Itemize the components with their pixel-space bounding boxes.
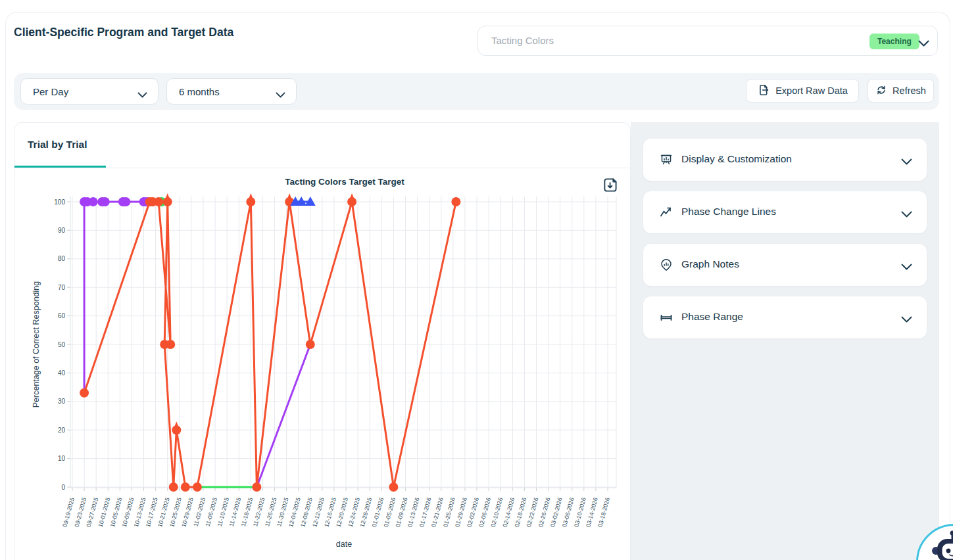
svg-text:date: date <box>336 540 352 549</box>
svg-text:Percentage of Correct Respondi: Percentage of Correct Responding <box>32 281 41 408</box>
svg-text:10: 10 <box>58 455 66 462</box>
range-icon <box>659 310 673 327</box>
chevron-down-icon <box>901 156 912 168</box>
target-select-value: Tacting Colors <box>491 35 554 46</box>
panel-phase-change-lines[interactable]: Phase Change Lines <box>643 191 927 233</box>
svg-text:11-10-2025: 11-10-2025 <box>216 497 230 527</box>
panel-label: Graph Notes <box>681 258 739 270</box>
svg-text:0: 0 <box>61 484 65 491</box>
chevron-down-icon <box>918 38 929 50</box>
svg-text:11-14-2025: 11-14-2025 <box>228 497 242 527</box>
chevron-down-icon <box>137 89 147 101</box>
target-select[interactable]: Tacting Colors Teaching <box>477 26 938 56</box>
panel-label: Phase Range <box>681 311 743 323</box>
range-dropdown-value: 6 months <box>179 86 220 97</box>
chevron-down-icon <box>901 209 912 221</box>
svg-text:03-18-2026: 03-18-2026 <box>597 497 611 528</box>
svg-text:11-30-2025: 11-30-2025 <box>276 497 289 527</box>
chevron-down-icon <box>901 262 912 273</box>
panel-label: Display & Customization <box>681 153 792 165</box>
svg-text:40: 40 <box>58 369 66 377</box>
settings-region: Display & Customization Phase Change Lin… <box>631 122 939 560</box>
trial-by-trial-chart: 09-19-202509-23-202509-27-202510-01-2025… <box>14 189 631 560</box>
trend-line-icon <box>659 205 673 222</box>
presentation-chart-icon <box>659 152 673 170</box>
chart-card: Trial by Trial Tacting Colors Target Tar… <box>14 122 631 560</box>
svg-text:20: 20 <box>58 427 66 434</box>
chevron-down-icon <box>901 314 912 326</box>
interval-dropdown[interactable]: Per Day <box>20 78 159 105</box>
svg-text:11-26-2025: 11-26-2025 <box>264 497 278 527</box>
refresh-icon <box>875 84 887 98</box>
svg-text:100: 100 <box>54 198 65 206</box>
file-export-icon <box>757 83 770 99</box>
panel-display-customization[interactable]: Display & Customization <box>643 139 927 181</box>
page: { "header": { "title": "Client-Specific … <box>0 0 953 560</box>
interval-dropdown-value: Per Day <box>33 86 68 97</box>
svg-text:30: 30 <box>58 398 66 405</box>
export-raw-data-button[interactable]: Export Raw Data <box>746 79 859 103</box>
tab-divider <box>14 168 630 168</box>
chevron-down-icon <box>276 89 285 101</box>
svg-text:80: 80 <box>58 255 66 262</box>
refresh-label: Refresh <box>892 85 926 96</box>
toolbar: Per Day 6 months Export Raw Data <box>14 73 939 110</box>
page-card: Client-Specific Program and Target Data … <box>5 12 950 560</box>
chart-title: Tacting Colors Target Target <box>75 177 614 187</box>
svg-text:11-02-2025: 11-02-2025 <box>193 497 207 527</box>
export-raw-data-label: Export Raw Data <box>775 85 848 96</box>
teaching-badge: Teaching <box>869 34 919 49</box>
svg-text:90: 90 <box>58 227 66 234</box>
pin-chart-icon <box>659 258 673 275</box>
svg-text:70: 70 <box>58 284 66 291</box>
panel-label: Phase Change Lines <box>681 206 776 218</box>
tab-trial-by-trial[interactable]: Trial by Trial <box>28 139 87 151</box>
svg-text:11-06-2025: 11-06-2025 <box>205 497 218 527</box>
svg-text:11-22-2025: 11-22-2025 <box>252 497 266 527</box>
svg-text:11-18-2025: 11-18-2025 <box>240 497 254 527</box>
svg-text:50: 50 <box>58 341 66 348</box>
panel-graph-notes[interactable]: Graph Notes <box>643 244 927 286</box>
range-dropdown[interactable]: 6 months <box>166 78 297 105</box>
svg-text:60: 60 <box>58 312 66 319</box>
refresh-button[interactable]: Refresh <box>867 79 934 103</box>
panel-phase-range[interactable]: Phase Range <box>643 296 927 338</box>
page-title: Client-Specific Program and Target Data <box>14 26 233 39</box>
